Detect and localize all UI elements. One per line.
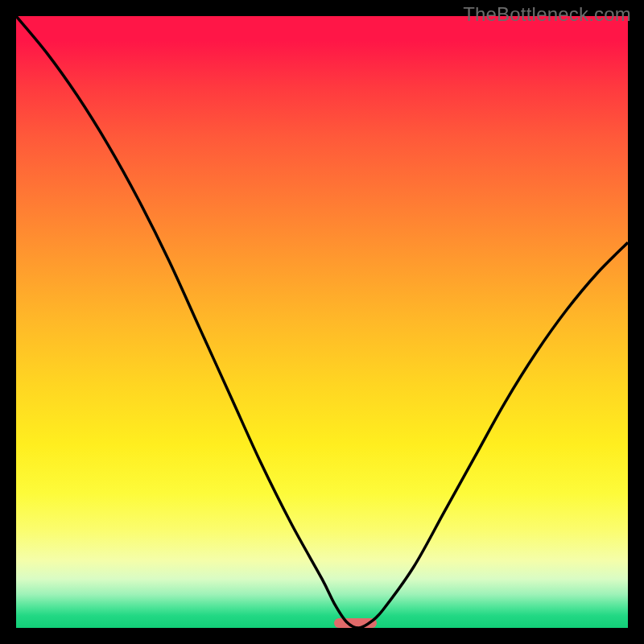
plot-area [16,16,628,628]
chart-container: TheBottleneck.com [0,0,644,644]
curve-path [16,16,628,628]
watermark-text: TheBottleneck.com [463,3,631,26]
bottleneck-curve [16,16,628,628]
